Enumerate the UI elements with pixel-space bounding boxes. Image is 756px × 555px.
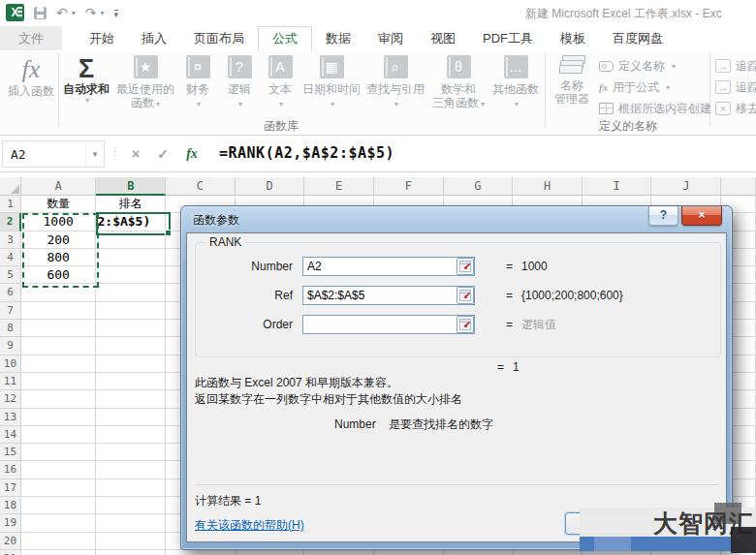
- row-header-6[interactable]: 6: [0, 284, 21, 301]
- cell-A19[interactable]: [21, 514, 97, 532]
- cell-B17[interactable]: [96, 479, 166, 497]
- cell-A17[interactable]: [21, 479, 97, 497]
- autosum-button[interactable]: Σ 自动求和 ▾: [62, 55, 110, 105]
- ribbon-button-财务[interactable]: ¤财务▾: [176, 55, 219, 111]
- row-header-9[interactable]: 9: [0, 337, 21, 355]
- column-header-I[interactable]: I: [583, 177, 652, 196]
- cell-B6[interactable]: [96, 284, 166, 301]
- row-header-21[interactable]: 21: [0, 550, 21, 555]
- dialog-help-button[interactable]: ?: [648, 206, 678, 226]
- tab-文件[interactable]: 文件: [0, 26, 62, 50]
- customize-qat-icon[interactable]: ▾: [114, 10, 119, 19]
- ribbon-button-数学和三角函数[interactable]: θ数学和三角函数▾: [428, 55, 488, 111]
- redo-dropdown-icon[interactable]: ▾: [100, 9, 104, 17]
- column-header-H[interactable]: H: [513, 177, 583, 196]
- cell-A14[interactable]: [21, 426, 97, 444]
- cell-F21[interactable]: [374, 550, 444, 555]
- cell-B7[interactable]: [96, 302, 166, 320]
- cell-B16[interactable]: [96, 461, 166, 478]
- argument-input-Ref[interactable]: $A$2:$A$5: [302, 286, 475, 305]
- cell-A20[interactable]: [21, 533, 97, 550]
- cell-B14[interactable]: [96, 426, 166, 444]
- column-header-G[interactable]: G: [444, 177, 514, 196]
- redo-button[interactable]: ↷: [85, 5, 97, 20]
- cell-A7[interactable]: [21, 302, 97, 320]
- row-header-8[interactable]: 8: [0, 320, 21, 337]
- row-header-4[interactable]: 4: [0, 249, 21, 266]
- tab-公式[interactable]: 公式: [258, 26, 312, 50]
- tab-百度网盘[interactable]: 百度网盘: [599, 26, 677, 50]
- tab-视图[interactable]: 视图: [417, 26, 469, 50]
- range-selector-button-Order[interactable]: [457, 316, 474, 333]
- row-header-20[interactable]: 20: [0, 533, 21, 550]
- tab-PDF工具[interactable]: PDF工具: [469, 26, 547, 50]
- cell-K21[interactable]: [721, 550, 756, 555]
- formula-bar-handle[interactable]: ⋮: [110, 145, 120, 158]
- insert-function-button[interactable]: fx 插入函数: [6, 55, 56, 98]
- ribbon-button-其他函数[interactable]: …其他函数▾: [488, 55, 543, 111]
- tab-开始[interactable]: 开始: [76, 26, 128, 50]
- cell-A1[interactable]: 数量: [21, 196, 97, 213]
- cell-J21[interactable]: [651, 550, 721, 555]
- cell-A11[interactable]: [21, 373, 97, 390]
- cell-I21[interactable]: [583, 550, 652, 555]
- ribbon-button-定义名称[interactable]: 定义名称▾: [599, 56, 676, 76]
- ribbon-button-用于公式[interactable]: fx用于公式▾: [599, 77, 670, 97]
- row-header-15[interactable]: 15: [0, 444, 21, 461]
- ribbon-button-查找与引用[interactable]: ⌕查找与引用▾: [362, 55, 428, 111]
- cell-B5[interactable]: [96, 266, 166, 284]
- cell-B8[interactable]: [96, 320, 166, 337]
- row-header-3[interactable]: 3: [0, 231, 21, 249]
- ribbon-button-逻辑[interactable]: ?逻辑▾: [219, 55, 260, 111]
- cancel-icon[interactable]: ×: [124, 143, 147, 165]
- cell-B4[interactable]: [96, 249, 166, 266]
- ribbon-button-移去-2[interactable]: ×移去: [715, 99, 756, 118]
- column-header-A[interactable]: A: [21, 177, 97, 196]
- cell-B19[interactable]: [96, 514, 166, 532]
- argument-input-Number[interactable]: A2: [302, 257, 475, 276]
- row-header-1[interactable]: 1: [0, 196, 21, 213]
- cell-B10[interactable]: [96, 355, 166, 373]
- column-header-J[interactable]: J: [651, 177, 721, 196]
- save-icon[interactable]: [34, 7, 47, 19]
- range-selector-button-Ref[interactable]: [457, 287, 474, 304]
- ribbon-button-日期和时间[interactable]: ▦日期和时间▾: [299, 55, 364, 111]
- name-manager-button[interactable]: 名称 管理器: [549, 55, 595, 106]
- select-all-corner[interactable]: [0, 177, 21, 196]
- column-header-F[interactable]: F: [374, 177, 444, 196]
- cell-B20[interactable]: [96, 533, 166, 550]
- row-header-16[interactable]: 16: [0, 461, 21, 478]
- ribbon-button-根据所选内容创建[interactable]: 根据所选内容创建: [599, 99, 711, 118]
- cell-E21[interactable]: [304, 550, 374, 555]
- row-header-13[interactable]: 13: [0, 409, 21, 426]
- cell-B12[interactable]: [96, 390, 166, 408]
- ribbon-button-最近使用的函数[interactable]: ★最近使用的函数▾: [114, 55, 176, 111]
- cell-B18[interactable]: [96, 497, 166, 514]
- cell-A21[interactable]: [21, 550, 97, 555]
- formula-input[interactable]: =RANK(A2,$A$2:$A$5): [219, 144, 394, 162]
- column-header-partial[interactable]: [721, 177, 756, 196]
- row-header-5[interactable]: 5: [0, 266, 21, 284]
- column-header-D[interactable]: D: [236, 177, 305, 196]
- cell-B15[interactable]: [96, 444, 166, 461]
- enter-icon[interactable]: ✓: [151, 143, 174, 165]
- name-box[interactable]: A2 ▾: [2, 140, 105, 168]
- cell-B9[interactable]: [96, 337, 166, 355]
- cell-B11[interactable]: [96, 373, 166, 390]
- column-header-B[interactable]: B: [96, 177, 166, 196]
- insert-function-icon[interactable]: fx: [180, 143, 204, 165]
- row-header-7[interactable]: 7: [0, 302, 21, 320]
- row-header-17[interactable]: 17: [0, 479, 21, 497]
- cell-G21[interactable]: [444, 550, 514, 555]
- row-header-19[interactable]: 19: [0, 514, 21, 532]
- argument-input-Order[interactable]: [302, 315, 475, 334]
- tab-页面布局[interactable]: 页面布局: [180, 26, 258, 50]
- tab-审阅[interactable]: 审阅: [364, 26, 417, 50]
- row-header-12[interactable]: 12: [0, 390, 21, 408]
- row-header-18[interactable]: 18: [0, 497, 21, 514]
- cell-A12[interactable]: [21, 390, 97, 408]
- row-header-14[interactable]: 14: [0, 426, 21, 444]
- cell-A8[interactable]: [21, 320, 97, 337]
- cell-A9[interactable]: [21, 337, 97, 355]
- column-header-E[interactable]: E: [304, 177, 374, 196]
